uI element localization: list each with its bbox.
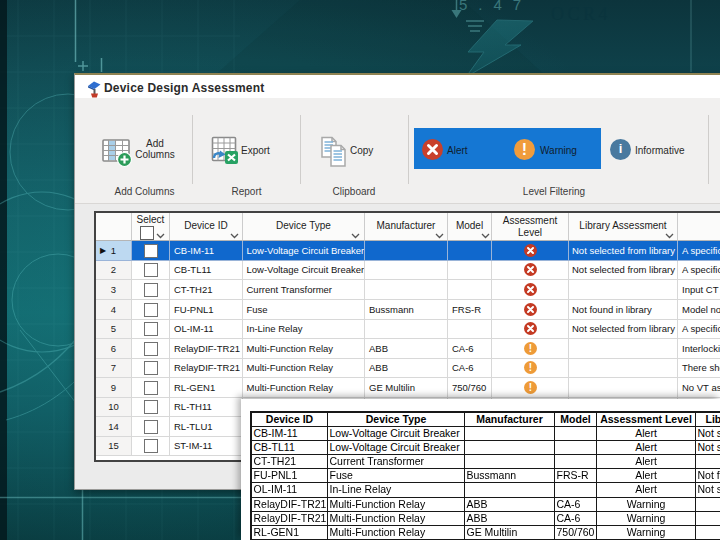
svg-text:5.47: 5.47 bbox=[459, 0, 532, 13]
svg-text:OCR4: OCR4 bbox=[551, 4, 611, 24]
